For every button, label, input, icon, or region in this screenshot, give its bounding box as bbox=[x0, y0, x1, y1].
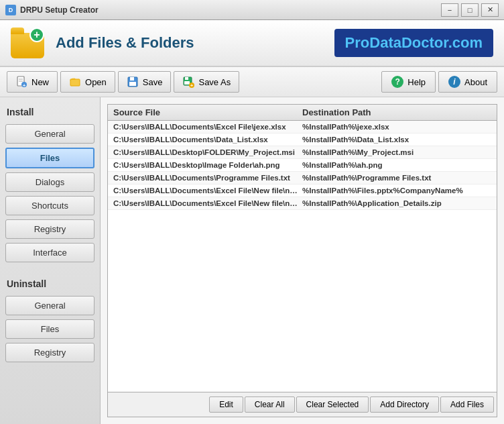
help-icon: ? bbox=[391, 76, 403, 88]
source-cell: C:\Users\IBALL\Desktop\Image Folder\ah.p… bbox=[113, 161, 302, 169]
source-cell: C:\Users\IBALL\Documents\Excel File\New … bbox=[113, 187, 302, 195]
sidebar-item-general-uninstall[interactable]: General bbox=[5, 296, 94, 315]
svg-rect-11 bbox=[184, 81, 190, 85]
app-icon: D bbox=[5, 5, 16, 15]
col-dest-header: Destination Path bbox=[302, 107, 491, 117]
uninstall-section-title: Uninstall bbox=[5, 276, 94, 292]
about-label: About bbox=[464, 77, 487, 87]
sidebar-item-registry-uninstall[interactable]: Registry bbox=[5, 343, 94, 362]
dest-cell: %InstallPath%\Files.pptx%CompanyName% bbox=[302, 187, 491, 195]
close-button[interactable]: ✕ bbox=[481, 3, 499, 17]
open-label: Open bbox=[85, 77, 107, 87]
clear-all-button[interactable]: Clear All bbox=[245, 396, 295, 413]
sidebar-item-general-install[interactable]: General bbox=[5, 124, 94, 144]
title-bar: D DRPU Setup Creator − □ ✕ bbox=[0, 0, 504, 20]
table-row[interactable]: C:\Users\IBALL\Documents\Programme Files… bbox=[108, 172, 497, 184]
maximize-button[interactable]: □ bbox=[461, 3, 479, 17]
toolbar: + New Open Save + Save As ? Help i About bbox=[0, 67, 504, 97]
col-source-header: Source File bbox=[113, 107, 302, 117]
table-header: Source File Destination Path bbox=[108, 105, 497, 121]
save-as-label: Save As bbox=[198, 77, 231, 87]
source-cell: C:\Users\IBALL\Documents\Programme Files… bbox=[113, 174, 302, 182]
brand-logo: ProDataDoctor.com bbox=[334, 29, 493, 57]
table-actions: Edit Clear All Clear Selected Add Direct… bbox=[108, 392, 497, 417]
table-body[interactable]: C:\Users\IBALL\Documents\Excel File\jexe… bbox=[108, 121, 497, 392]
title-bar-controls: − □ ✕ bbox=[441, 3, 499, 17]
new-icon: + bbox=[15, 76, 27, 88]
open-button[interactable]: Open bbox=[60, 71, 115, 93]
sidebar-item-shortcuts[interactable]: Shortcuts bbox=[5, 196, 94, 215]
new-button[interactable]: + New bbox=[7, 71, 58, 93]
edit-button[interactable]: Edit bbox=[209, 396, 243, 413]
header-title: Add Files & Folders bbox=[56, 34, 194, 52]
table-row[interactable]: C:\Users\IBALL\Documents\Data_List.xlsx … bbox=[108, 134, 497, 146]
help-button[interactable]: ? Help bbox=[381, 71, 436, 93]
table-row[interactable]: C:\Users\IBALL\Desktop\Image Folder\ah.p… bbox=[108, 159, 497, 172]
svg-rect-7 bbox=[130, 77, 134, 81]
help-label: Help bbox=[407, 77, 426, 87]
app-title: DRPU Setup Creator bbox=[20, 5, 99, 15]
file-table: Source File Destination Path C:\Users\IB… bbox=[107, 104, 497, 417]
source-cell: C:\Users\IBALL\Documents\Data_List.xlsx bbox=[113, 136, 302, 144]
dest-cell: %InstallPath%\ah.png bbox=[302, 161, 491, 169]
svg-rect-10 bbox=[185, 77, 188, 80]
add-directory-button[interactable]: Add Directory bbox=[370, 396, 439, 413]
content-area: Source File Destination Path C:\Users\IB… bbox=[101, 97, 504, 424]
sidebar-item-interface[interactable]: Interface bbox=[5, 243, 94, 262]
brand-text: ProDataDoctor.com bbox=[345, 34, 483, 51]
sidebar-item-files-uninstall[interactable]: Files bbox=[5, 319, 94, 339]
save-icon bbox=[127, 76, 139, 88]
install-section-title: Install bbox=[5, 104, 94, 120]
open-icon bbox=[69, 76, 81, 88]
info-icon: i bbox=[448, 76, 460, 88]
svg-rect-5 bbox=[70, 79, 80, 86]
header: + Add Files & Folders ProDataDoctor.com bbox=[0, 20, 504, 67]
minimize-button[interactable]: − bbox=[441, 3, 458, 17]
add-files-button[interactable]: Add Files bbox=[440, 396, 494, 413]
table-row[interactable]: C:\Users\IBALL\Documents\Excel File\New … bbox=[108, 197, 497, 210]
title-bar-left: D DRPU Setup Creator bbox=[5, 5, 99, 15]
main-area: Install General Files Dialogs Shortcuts … bbox=[0, 97, 504, 424]
dest-cell: %InstallPath%\Programme Files.txt bbox=[302, 174, 491, 182]
source-cell: C:\Users\IBALL\Documents\Excel File\jexe… bbox=[113, 123, 302, 131]
plus-icon: + bbox=[29, 28, 44, 42]
table-row[interactable]: C:\Users\IBALL\Documents\Excel File\New … bbox=[108, 184, 497, 197]
save-button[interactable]: Save bbox=[118, 71, 172, 93]
save-as-icon: + bbox=[182, 76, 194, 88]
save-label: Save bbox=[143, 77, 163, 87]
new-label: New bbox=[32, 77, 49, 87]
source-cell: C:\Users\IBALL\Documents\Excel File\New … bbox=[113, 199, 302, 207]
table-row[interactable]: C:\Users\IBALL\Desktop\FOLDER\My_Project… bbox=[108, 146, 497, 159]
header-icon: + bbox=[11, 26, 48, 60]
dest-cell: %InstallPath%\Application_Details.zip bbox=[302, 199, 491, 207]
svg-rect-8 bbox=[129, 82, 136, 86]
sidebar-item-files-install[interactable]: Files bbox=[5, 148, 94, 168]
sidebar-item-registry-install[interactable]: Registry bbox=[5, 219, 94, 239]
sidebar-item-dialogs[interactable]: Dialogs bbox=[5, 172, 94, 192]
source-cell: C:\Users\IBALL\Desktop\FOLDER\My_Project… bbox=[113, 148, 302, 156]
header-left: + Add Files & Folders bbox=[11, 26, 194, 60]
about-button[interactable]: i About bbox=[438, 71, 497, 93]
table-row[interactable]: C:\Users\IBALL\Documents\Excel File\jexe… bbox=[108, 121, 497, 134]
dest-cell: %InstallPath%\Data_List.xlsx bbox=[302, 136, 491, 144]
dest-cell: %InstallPath%\jexe.xlsx bbox=[302, 123, 491, 131]
save-as-button[interactable]: + Save As bbox=[174, 71, 239, 93]
svg-text:+: + bbox=[190, 83, 194, 88]
dest-cell: %InstallPath%\My_Project.msi bbox=[302, 148, 491, 156]
svg-text:+: + bbox=[23, 83, 26, 88]
sidebar: Install General Files Dialogs Shortcuts … bbox=[0, 97, 101, 424]
clear-selected-button[interactable]: Clear Selected bbox=[296, 396, 369, 413]
